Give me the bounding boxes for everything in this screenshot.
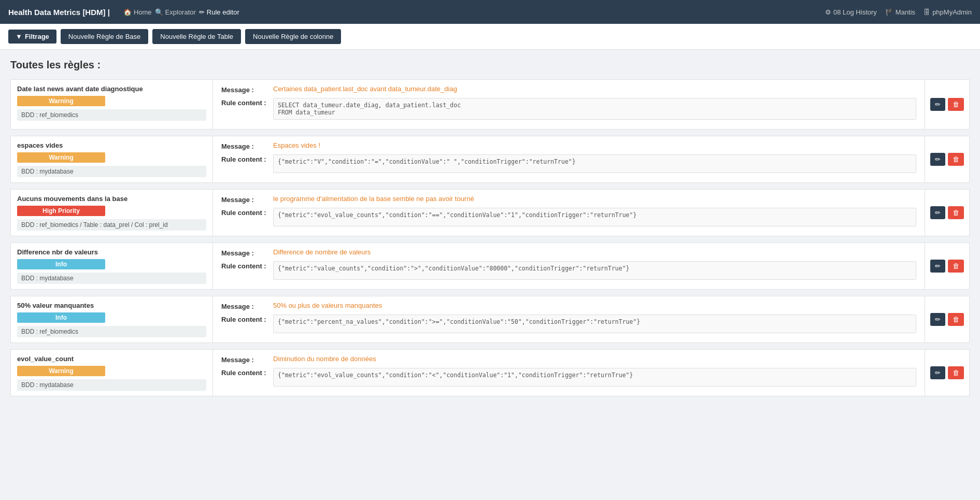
trash-icon: 🗑 [953, 209, 959, 217]
edit-icon: ✏ [935, 155, 941, 163]
rule-card: espaces vides Warning BDD : mydatabase M… [10, 136, 970, 183]
delete-button[interactable]: 🗑 [948, 260, 964, 273]
rule-content-field: Rule content : {"metric":"evol_value_cou… [221, 368, 916, 387]
edit-button[interactable]: ✏ [930, 313, 945, 326]
message-value: Difference de nombre de valeurs [273, 248, 916, 256]
rule-actions: ✏ 🗑 [925, 190, 969, 236]
rule-bdd: BDD : mydatabase [17, 166, 206, 177]
nav-mantis[interactable]: 🏴 Mantis [885, 8, 915, 16]
nav-log-history[interactable]: ⚙ 08 Log History [825, 8, 877, 16]
rule-content-box[interactable]: SELECT data_tumeur.date_diag, data_patie… [273, 98, 916, 120]
edit-button[interactable]: ✏ [930, 98, 945, 111]
rule-message-field: Message : 50% ou plus de valeurs manquan… [221, 302, 916, 310]
message-label: Message : [221, 141, 273, 150]
edit-button[interactable]: ✏ [930, 153, 945, 166]
edit-button[interactable]: ✏ [930, 206, 945, 219]
rule-content-field: Rule content : {"metric":"percent_na_val… [221, 315, 916, 333]
nav-explorator[interactable]: 🔍 Explorator [155, 8, 196, 16]
delete-button[interactable]: 🗑 [948, 313, 964, 326]
rule-content-field: Rule content : SELECT data_tumeur.date_d… [221, 98, 916, 120]
rule-bdd: BDD : mydatabase [17, 379, 206, 391]
edit-icon: ✏ [935, 101, 941, 108]
rule-card: Date last news avant date diagnostique W… [10, 79, 970, 130]
search-icon: 🔍 [155, 8, 163, 16]
rule-message-field: Message : Espaces vides ! [221, 141, 916, 150]
new-column-rule-button[interactable]: Nouvelle Règle de colonne [245, 29, 341, 44]
message-value: Espaces vides ! [273, 141, 916, 149]
rule-message-field: Message : Diminution du nombre de donnée… [221, 355, 916, 364]
navbar: Health Data Metrics [HDM] | 🏠 Home 🔍 Exp… [0, 0, 980, 24]
rule-actions: ✏ 🗑 [925, 80, 969, 129]
rule-right: Message : Difference de nombre de valeur… [213, 243, 925, 289]
rule-content-box[interactable]: {"metric":"percent_na_values","condition… [273, 315, 916, 333]
message-label: Message : [221, 85, 273, 94]
nav-phpmyadmin[interactable]: 🗄 phpMyAdmin [924, 8, 972, 16]
delete-button[interactable]: 🗑 [948, 206, 964, 219]
rule-left: 50% valeur manquantes Info BDD : ref_bio… [11, 296, 213, 342]
rule-badge: High Priority [17, 206, 105, 216]
log-icon: ⚙ [825, 8, 831, 16]
rule-right: Message : 50% ou plus de valeurs manquan… [213, 296, 925, 342]
rule-content-field: Rule content : {"metric":"evol_value_cou… [221, 208, 916, 226]
rule-left: Aucuns mouvements dans la base High Prio… [11, 190, 213, 236]
rule-badge: Info [17, 312, 105, 323]
nav-rule-editor[interactable]: ✏ Rule editor [199, 8, 239, 16]
rule-actions: ✏ 🗑 [925, 136, 969, 182]
filter-icon: ▼ [16, 33, 22, 40]
delete-button[interactable]: 🗑 [948, 153, 964, 166]
rule-message-field: Message : Certaines data_patient.last_do… [221, 85, 916, 94]
section-title: Toutes les règles : [10, 59, 970, 71]
rule-content-box[interactable]: {"metric":"value_counts","condition":">"… [273, 261, 916, 280]
rule-name: 50% valeur manquantes [17, 302, 206, 309]
edit-icon: ✏ [935, 369, 941, 377]
delete-button[interactable]: 🗑 [948, 98, 964, 111]
delete-button[interactable]: 🗑 [948, 366, 964, 379]
rule-content-box[interactable]: {"metric":"evol_value_counts","condition… [273, 368, 916, 387]
edit-button[interactable]: ✏ [930, 260, 945, 273]
rule-message-field: Message : Difference de nombre de valeur… [221, 248, 916, 257]
edit-icon: ✏ [935, 316, 941, 323]
nav-home[interactable]: 🏠 Home [123, 8, 152, 16]
rule-content-label: Rule content : [221, 261, 273, 270]
trash-icon: 🗑 [953, 101, 959, 108]
rule-left: Date last news avant date diagnostique W… [11, 80, 213, 129]
toolbar: ▼ Filtrage Nouvelle Règle de Base Nouvel… [0, 24, 980, 50]
rule-content-box[interactable]: {"metric":"evol_value_counts","condition… [273, 208, 916, 226]
rule-content-box[interactable]: {"metric":"V","condition":"=","condition… [273, 154, 916, 173]
navbar-right: ⚙ 08 Log History 🏴 Mantis 🗄 phpMyAdmin [825, 8, 972, 16]
db-icon: 🗄 [924, 8, 930, 16]
filter-button[interactable]: ▼ Filtrage [8, 30, 56, 44]
rule-bdd: BDD : ref_biomedics [17, 109, 206, 121]
rule-card: Aucuns mouvements dans la base High Prio… [10, 189, 970, 236]
rule-content-field: Rule content : {"metric":"V","condition"… [221, 154, 916, 173]
rule-content-label: Rule content : [221, 315, 273, 323]
trash-icon: 🗑 [953, 369, 959, 377]
rule-actions: ✏ 🗑 [925, 296, 969, 342]
new-table-rule-button[interactable]: Nouvelle Règle de Table [152, 29, 241, 44]
trash-icon: 🗑 [953, 262, 959, 270]
mantis-icon: 🏴 [885, 8, 893, 16]
rule-badge: Warning [17, 152, 105, 163]
rule-right: Message : le programme d'alimentation de… [213, 190, 925, 236]
home-icon: 🏠 [123, 8, 132, 16]
message-label: Message : [221, 355, 273, 364]
message-label: Message : [221, 195, 273, 204]
rule-content-label: Rule content : [221, 98, 273, 107]
message-label: Message : [221, 248, 273, 257]
rule-badge: Info [17, 259, 105, 269]
rule-card: evol_value_count Warning BDD : mydatabas… [10, 349, 970, 396]
rule-bdd: BDD : mydatabase [17, 273, 206, 284]
main-content: Toutes les règles : Date last news avant… [0, 50, 980, 412]
edit-icon: ✏ [935, 209, 941, 217]
rule-actions: ✏ 🗑 [925, 243, 969, 289]
new-base-rule-button[interactable]: Nouvelle Règle de Base [61, 29, 148, 44]
message-label: Message : [221, 302, 273, 310]
edit-icon: ✏ [935, 262, 941, 270]
rule-content-field: Rule content : {"metric":"value_counts",… [221, 261, 916, 280]
navbar-left: Health Data Metrics [HDM] | 🏠 Home 🔍 Exp… [8, 8, 239, 17]
rules-list: Date last news avant date diagnostique W… [10, 79, 970, 396]
rule-right: Message : Diminution du nombre de donnée… [213, 350, 925, 396]
edit-button[interactable]: ✏ [930, 366, 945, 379]
rule-card: 50% valeur manquantes Info BDD : ref_bio… [10, 296, 970, 343]
rule-badge: Warning [17, 96, 105, 106]
